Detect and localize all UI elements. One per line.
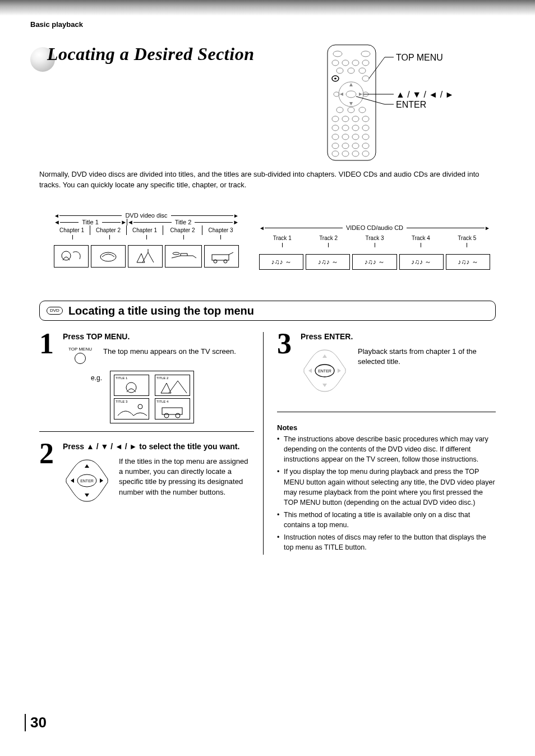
section-bar: DVD Locating a title using the top menu [39,301,496,321]
step3-desc: Playback starts from chapter 1 of the se… [358,347,496,395]
svg-point-28 [352,134,359,140]
enter-label: ENTER [80,479,94,483]
circle-button-icon [75,353,86,364]
svg-point-16 [348,107,354,113]
thumb-icon [91,245,126,268]
svg-point-58 [138,404,142,409]
svg-point-52 [173,252,179,255]
step-2: 2 Press ▲ / ▼ / ◄ / ► to select the titl… [39,442,254,505]
step-1: 1 Press TOP MENU. TOP MENU The top menu … [39,332,254,432]
top-gradient [0,0,535,16]
remote-diagram: TOP MENU ▲ / ▼ / ◄ / ► ENTER [322,42,488,163]
svg-point-24 [352,125,359,131]
svg-point-23 [342,125,349,131]
thumb-icon [204,245,239,268]
note-item: This method of locating a title is avail… [277,510,496,530]
svg-marker-70 [322,384,327,387]
cd-diagram: ◄VIDEO CD/audio CD► Track 1 Track 2 Trac… [259,224,490,270]
dvd-ch: Chapter 1 [127,225,163,235]
topmenu-button-figure: TOP MENU [66,347,94,364]
svg-marker-63 [85,464,89,468]
disc-diagrams: ◄DVD video disc► ◄Title 1► ◄Title 2► Cha… [54,212,490,270]
eg-title2: TITLE 2 [155,375,190,396]
svg-point-60 [164,413,169,418]
eg-title-label: TITLE 2 [156,376,168,380]
svg-marker-72 [338,368,341,373]
step1-desc: The top menu appears on the TV screen. [103,347,236,357]
svg-marker-71 [308,368,312,373]
track-icon: ♪♫♪ ～ [306,254,350,270]
step3-heading: Press ENTER. [301,332,496,341]
notes-list: The instructions above describe basic pr… [277,434,496,552]
track-icon: ♪♫♪ ～ [352,254,396,270]
svg-point-29 [362,134,369,140]
eg-title3: TITLE 3 [114,398,149,420]
step-number: 2 [39,442,58,505]
note-item: The instructions above describe basic pr… [277,434,496,464]
dpad-figure: ENTER [301,347,349,395]
svg-point-7 [336,68,343,73]
svg-point-17 [359,107,366,113]
svg-point-5 [352,60,359,66]
svg-point-8 [348,68,354,73]
svg-marker-65 [71,478,74,483]
svg-point-20 [352,116,359,122]
cd-track: Track 4 [398,233,444,243]
svg-point-61 [176,413,180,418]
eg-title-label: TITLE 4 [156,400,168,403]
svg-marker-46 [349,102,353,105]
svg-line-40 [369,57,385,79]
cd-track: Track 3 [352,233,398,243]
svg-rect-59 [162,408,182,414]
svg-point-15 [336,107,343,113]
svg-point-39 [334,78,336,80]
breadcrumb: Basic playback [30,20,83,29]
svg-point-3 [332,60,339,66]
eg-grid: TITLE 1 TITLE 2 TITLE 3 TITLE 4 [110,371,194,423]
svg-point-31 [342,143,349,149]
svg-marker-45 [349,83,353,86]
dvd-ch: Chapter 2 [90,225,127,235]
svg-point-33 [362,143,369,149]
page-number: 30 [25,714,47,731]
dvd-diagram: ◄DVD video disc► ◄Title 1► ◄Title 2► Cha… [54,212,239,270]
thumb-icon [165,245,202,268]
svg-marker-47 [340,93,343,96]
track-icon: ♪♫♪ ～ [259,254,303,270]
dvd-title1: Title 1 [79,219,102,225]
svg-point-25 [362,125,369,131]
svg-point-30 [332,143,339,149]
dvd-pill-icon: DVD [47,307,63,315]
thumb-icon [54,245,89,268]
svg-text:ENTER: ENTER [318,369,331,373]
svg-marker-66 [100,478,103,483]
dvd-ch: Chapter 3 [202,225,239,235]
topmenu-label: TOP MENU [68,347,92,352]
svg-rect-53 [212,255,229,260]
svg-point-1 [333,51,342,57]
step-number: 1 [39,332,58,423]
page-title: Locating a Desired Section [47,44,254,64]
notes-heading: Notes [277,423,496,432]
svg-point-21 [362,116,369,122]
step2-desc: If the titles in the top menu are assign… [119,457,254,497]
svg-point-32 [352,143,359,149]
svg-line-56 [229,252,233,255]
remote-label-topmenu: TOP MENU [396,53,443,63]
dpad-figure: ENTER [63,457,111,505]
step-number: 3 [277,332,296,395]
svg-marker-48 [359,93,362,96]
svg-point-50 [100,252,116,261]
dvd-ch: Chapter 2 [163,225,202,235]
svg-point-12 [346,91,356,98]
thumb-icon [128,245,163,268]
svg-point-2 [361,51,370,57]
step2-heading: Press ▲ / ▼ / ◄ / ► to select the title … [63,442,254,451]
cd-track: Track 1 [259,233,305,243]
svg-point-26 [332,134,339,140]
cd-track: Track 2 [305,233,351,243]
svg-marker-69 [322,354,327,358]
dvd-ch: Chapter 1 [54,225,90,235]
remote-label-arrows: ▲ / ▼ / ◄ / ► [396,90,454,100]
cd-track: Track 5 [444,233,490,243]
